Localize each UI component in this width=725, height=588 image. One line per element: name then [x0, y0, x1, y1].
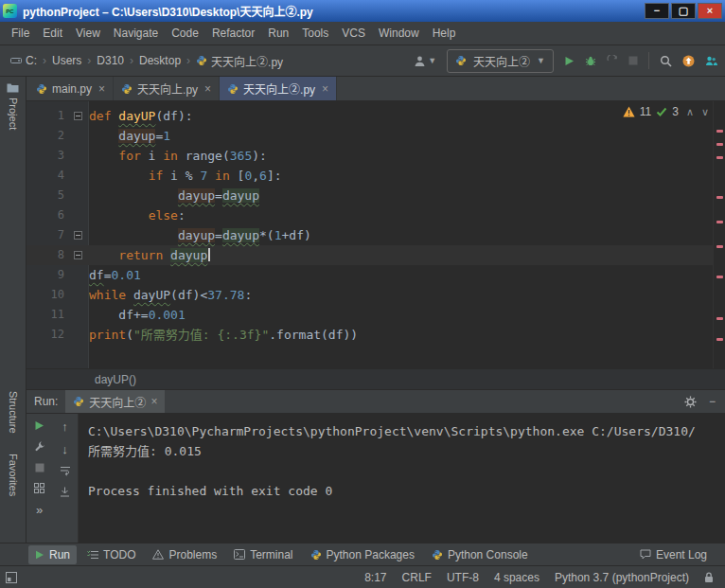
menu-item-navigate[interactable]: Navigate: [107, 23, 165, 44]
prev-occurrence-button[interactable]: ↑: [62, 420, 68, 433]
code-line: 8 return dayup: [27, 245, 713, 265]
fold-marker-icon[interactable]: [74, 231, 82, 240]
toolwindow-button-project[interactable]: Project: [0, 82, 26, 130]
update-notification-button[interactable]: [682, 55, 695, 67]
run-button[interactable]: [564, 56, 575, 66]
status-item[interactable]: UTF-8: [447, 571, 479, 584]
rerun-button[interactable]: [34, 420, 44, 431]
scroll-to-end-button[interactable]: [60, 487, 70, 497]
error-stripe-mark[interactable]: [716, 221, 723, 223]
menu-item-window[interactable]: Window: [372, 23, 426, 44]
toolwindow-button-favorites[interactable]: Favorites: [0, 454, 26, 496]
menu-item-tools[interactable]: Tools: [295, 23, 335, 44]
menu-item-edit[interactable]: Edit: [36, 23, 69, 44]
error-stripe-mark[interactable]: [716, 156, 723, 159]
toolwindow-button-python-console[interactable]: Python Console: [425, 545, 535, 564]
toolwindow-button-terminal[interactable]: Terminal: [227, 545, 299, 564]
toolwindow-button-python-packages[interactable]: Python Packages: [304, 545, 421, 564]
run-panel-header-actions: −: [684, 395, 716, 408]
toolwindow-button-event-log[interactable]: Event Log: [633, 545, 714, 564]
soft-wrap-button[interactable]: [60, 466, 71, 476]
status-item[interactable]: CRLF: [402, 571, 432, 584]
editor-tab[interactable]: main.py×: [28, 77, 114, 100]
error-stripe-mark[interactable]: [716, 196, 723, 199]
status-item[interactable]: 8:17: [364, 571, 386, 584]
navbar-toolbar: ▼ 天天向上② ▼: [414, 49, 717, 73]
error-stripe-mark[interactable]: [716, 130, 723, 133]
code-editor[interactable]: 1def dayUP(df):2 dayup=13 for i in range…: [27, 101, 725, 368]
status-item[interactable]: 4 spaces: [494, 571, 539, 584]
maximize-button[interactable]: ▢: [671, 3, 696, 19]
close-run-tab-icon[interactable]: ×: [150, 395, 157, 408]
minimize-button[interactable]: −: [645, 3, 669, 19]
console-line: 所需努力值: 0.015: [88, 441, 725, 461]
run-tab[interactable]: 天天向上② ×: [65, 390, 165, 413]
run-console[interactable]: C:\Users\D310\PycharmProjects\pythonProj…: [79, 414, 725, 543]
more-options-button[interactable]: »: [36, 504, 43, 516]
breadcrumb-item[interactable]: D310: [94, 52, 127, 69]
stop-button[interactable]: [628, 56, 638, 65]
code-with-me-button[interactable]: [705, 55, 717, 67]
next-problem-icon[interactable]: ∨: [701, 106, 709, 118]
toolwindow-button-structure[interactable]: Structure: [0, 391, 26, 434]
breadcrumb-item[interactable]: Desktop: [136, 52, 184, 69]
menu-bar: FileEditViewNavigateCodeRefactorRunTools…: [0, 22, 725, 45]
code-line: 7 dayup=dayup*(1+df): [27, 225, 713, 245]
editor-tab[interactable]: 天天向上.py×: [114, 77, 220, 100]
close-tab-icon[interactable]: ×: [98, 82, 105, 96]
error-stripe-mark[interactable]: [716, 317, 723, 320]
error-stripe-mark[interactable]: [716, 338, 723, 341]
menu-item-file[interactable]: File: [5, 23, 36, 44]
menu-item-run[interactable]: Run: [261, 23, 295, 44]
error-stripe-mark[interactable]: [716, 143, 723, 146]
fold-marker-icon[interactable]: [74, 251, 82, 259]
stop-button[interactable]: [35, 463, 44, 472]
prev-problem-icon[interactable]: ∧: [686, 106, 694, 118]
menu-item-code[interactable]: Code: [165, 23, 205, 44]
line-number: 7: [27, 225, 72, 245]
run-with-coverage-button[interactable]: [607, 55, 618, 66]
project-folder-icon: [7, 82, 19, 93]
code-line: 11 df+=0.001: [27, 305, 713, 325]
debug-button[interactable]: [585, 55, 596, 66]
terminal-icon: [234, 549, 245, 560]
close-tab-icon[interactable]: ×: [322, 82, 328, 96]
toolwindow-button-todo[interactable]: TODO: [80, 545, 142, 564]
toolwindow-button-problems[interactable]: Problems: [146, 545, 223, 564]
code-lines: 1def dayUP(df):2 dayup=13 for i in range…: [27, 101, 713, 368]
left-tool-stripe: Project Structure Favorites: [0, 77, 27, 543]
next-occurrence-button[interactable]: ↓: [62, 443, 68, 455]
status-item[interactable]: Python 3.7 (pythonProject): [555, 571, 689, 584]
menu-item-view[interactable]: View: [69, 23, 107, 44]
drive-icon: [10, 55, 22, 66]
python-icon: [432, 549, 443, 561]
lock-icon[interactable]: [704, 572, 714, 583]
breadcrumb-item[interactable]: C:: [8, 52, 40, 69]
restore-layout-button[interactable]: [34, 483, 44, 493]
event-icon: [640, 549, 651, 560]
inspections-widget[interactable]: 11 3 ∧ ∨: [623, 105, 709, 118]
toolwindow-switcher-icon[interactable]: [6, 572, 17, 583]
breadcrumb-item[interactable]: 天天向上②.py: [193, 51, 286, 71]
breadcrumb-scope[interactable]: dayUP(): [95, 373, 136, 386]
search-everywhere-button[interactable]: [660, 55, 672, 67]
run-configuration-select[interactable]: 天天向上② ▼: [447, 49, 554, 73]
error-stripe-mark[interactable]: [716, 245, 723, 248]
menu-item-vcs[interactable]: VCS: [335, 23, 372, 44]
settings-gear-icon[interactable]: [684, 396, 697, 408]
error-stripe[interactable]: [713, 101, 725, 368]
line-number: 5: [27, 186, 72, 205]
toolwindow-button-run[interactable]: Run: [28, 545, 77, 564]
python-icon: [36, 83, 47, 95]
menu-item-help[interactable]: Help: [426, 23, 463, 44]
error-stripe-mark[interactable]: [716, 276, 723, 278]
close-tab-icon[interactable]: ×: [204, 82, 211, 96]
user-profile-button[interactable]: ▼: [414, 55, 436, 67]
breadcrumb-item[interactable]: Users: [49, 52, 84, 69]
close-button[interactable]: ×: [698, 3, 722, 19]
fold-marker-icon[interactable]: [74, 112, 82, 120]
run-settings-button[interactable]: [34, 441, 45, 453]
editor-tab[interactable]: 天天向上②.py×: [220, 77, 337, 100]
hide-panel-icon[interactable]: −: [709, 395, 716, 408]
menu-item-refactor[interactable]: Refactor: [205, 23, 261, 44]
